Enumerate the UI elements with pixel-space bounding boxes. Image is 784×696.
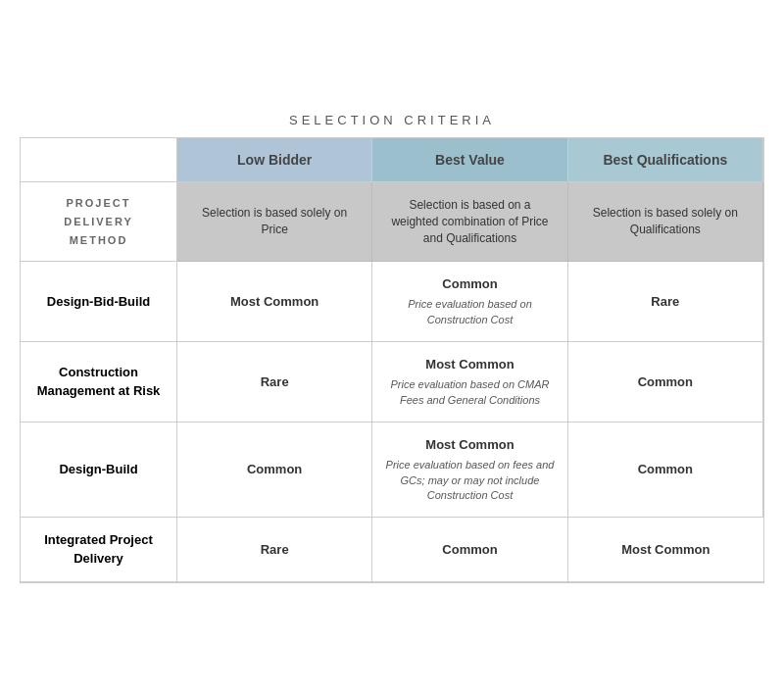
project-delivery-label: PROJECTDELIVERYMETHOD: [21, 182, 177, 262]
data-cell-r0-c0: Most Common: [177, 262, 372, 342]
page-title: SELECTION CRITERIA: [20, 113, 764, 127]
col-header-low-bidder: Low Bidder: [177, 138, 372, 182]
cell-sub-r1-c1: Price evaluation based on CMAR Fees and …: [382, 377, 557, 408]
cell-main-r1-c2: Common: [638, 373, 693, 391]
data-cell-r3-c1: Common: [372, 518, 567, 581]
data-cell-r2-c2: Common: [568, 423, 763, 518]
data-cell-r3-c2: Most Common: [568, 518, 763, 581]
data-cell-r2-c1: Most CommonPrice evaluation based on fee…: [372, 423, 567, 518]
cell-main-r0-c0: Most Common: [230, 293, 318, 311]
data-cell-r1-c0: Rare: [177, 342, 372, 423]
cell-main-r3-c1: Common: [442, 541, 497, 559]
col-header-best-value: Best Value: [372, 138, 567, 182]
desc-best-value: Selection is based on a weighted combina…: [372, 182, 567, 262]
data-cell-r1-c1: Most CommonPrice evaluation based on CMA…: [372, 342, 567, 423]
cell-sub-r2-c1: Price evaluation based on fees and GCs; …: [382, 458, 557, 503]
cell-main-r2-c1: Most Common: [425, 436, 514, 454]
desc-best-qualifications: Selection is based solely on Qualificati…: [568, 182, 763, 262]
cell-main-r3-c0: Rare: [261, 541, 289, 559]
cell-main-r0-c1: Common: [442, 275, 497, 293]
data-cell-r0-c2: Rare: [568, 262, 763, 342]
data-cell-r2-c0: Common: [177, 423, 372, 518]
cell-main-r2-c2: Common: [638, 461, 693, 478]
corner-cell: [21, 138, 177, 182]
desc-low-bidder: Selection is based solely on Price: [177, 182, 372, 262]
row-label-1: Construction Management at Risk: [21, 342, 177, 423]
data-cell-r1-c2: Common: [568, 342, 763, 423]
col-header-best-qualifications: Best Qualifications: [568, 138, 763, 182]
cell-main-r3-c2: Most Common: [621, 541, 710, 559]
data-cell-r0-c1: CommonPrice evaluation based on Construc…: [372, 262, 567, 342]
row-label-2: Design-Build: [21, 423, 177, 518]
cell-main-r0-c2: Rare: [651, 293, 679, 311]
matrix-table: Low Bidder Best Value Best Qualification…: [20, 137, 764, 583]
cell-sub-r0-c1: Price evaluation based on Construction C…: [382, 297, 557, 327]
page-container: SELECTION CRITERIA Low Bidder Best Value…: [10, 103, 774, 593]
cell-main-r2-c0: Common: [247, 461, 302, 478]
data-cell-r3-c0: Rare: [177, 518, 372, 581]
cell-main-r1-c1: Most Common: [425, 356, 514, 373]
cell-main-r1-c0: Rare: [261, 373, 289, 391]
row-label-0: Design-Bid-Build: [21, 262, 177, 342]
row-label-3: Integrated Project Delivery: [21, 518, 177, 581]
